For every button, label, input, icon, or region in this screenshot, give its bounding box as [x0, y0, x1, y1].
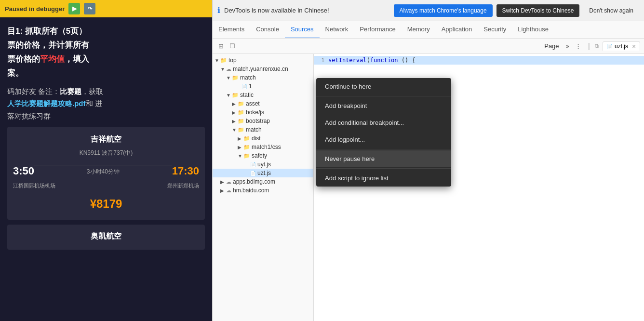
tree-bokejs-folder[interactable]: ▶ 📁 boke/js [213, 108, 313, 117]
resume-button[interactable]: ▶ [68, 3, 80, 14]
note-text: 码加好友 备注：比赛题，获取 人学比赛题解题攻略.pdf和 进 落对抗练习群 [7, 85, 205, 122]
switch-language-button[interactable]: Switch DevTools to Chinese [496, 4, 580, 17]
tab-performance[interactable]: Performance [354, 21, 401, 39]
ctx-add-breakpoint[interactable]: Add breakpoint [316, 97, 451, 114]
ctx-divider-2 [316, 149, 451, 149]
paused-label: Paused in debugger [5, 5, 65, 13]
tab-network[interactable]: Network [320, 21, 354, 39]
task-title: 目1: 抓取所有（5页） 票的价格，并计算所有 票价格的平均值，填入 案。 [7, 25, 205, 80]
tree-asset-folder[interactable]: ▶ 📁 asset [213, 99, 313, 108]
ctx-never-pause[interactable]: Never pause here [316, 150, 451, 167]
notification-bar: ℹ DevTools is now available in Chinese! … [213, 0, 644, 21]
device-toggle[interactable]: ☐ [228, 41, 237, 51]
flight-number-1: KN5911 波音737(中) [13, 148, 199, 158]
info-icon: ℹ [217, 6, 220, 15]
tree-file-1[interactable]: 📄 1 [213, 82, 313, 91]
tree-match-yuanrenxue[interactable]: ▼ ☁ match.yuanrenxue.cn [213, 65, 313, 73]
tree-uyt-file[interactable]: 📄 uyt.js [213, 160, 313, 169]
tab-sources[interactable]: Sources [285, 21, 320, 39]
flight-price-1: ¥8179 [13, 194, 199, 214]
tab-console[interactable]: Console [250, 21, 285, 39]
tree-match2-folder[interactable]: ▼ 📁 match [213, 125, 313, 134]
file-tab-uzt[interactable]: 📄 uzt.js ✕ [603, 41, 640, 51]
devtools-panel: ℹ DevTools is now available in Chinese! … [212, 0, 644, 321]
ctx-add-ignore[interactable]: Add script to ignore list [316, 170, 451, 187]
tree-top[interactable]: ▼ 📁 top [213, 56, 313, 65]
tree-dist-folder[interactable]: ▶ 📁 dist [213, 134, 313, 143]
ctx-divider-1 [316, 96, 451, 96]
webpage-panel: Paused in debugger ▶ ↷ 目1: 抓取所有（5页） 票的价格… [0, 0, 212, 321]
depart-time-1: 3:50 [13, 162, 34, 180]
ctx-continue[interactable]: Continue to here [316, 78, 451, 95]
dont-show-button[interactable]: Don't show again [583, 4, 639, 17]
ctx-add-conditional-breakpoint[interactable]: Add conditional breakpoint... [316, 114, 451, 131]
flight-card-1: 吉祥航空 KN5911 波音737(中) 3:50 3小时40分钟 17:30 … [7, 127, 205, 219]
code-panel: 1 setInterval(function () { Continue to … [314, 54, 644, 321]
flight-airline-2: 奥凯航空 [12, 229, 200, 242]
always-match-button[interactable]: Always match Chrome's language [394, 4, 493, 17]
ctx-add-logpoint[interactable]: Add logpoint... [316, 131, 451, 148]
paused-debugger-bar: Paused in debugger ▶ ↷ [0, 0, 212, 17]
inspector-toggle[interactable]: ⊞ [216, 41, 226, 51]
tree-match-folder[interactable]: ▼ 📁 match [213, 73, 313, 82]
flight-duration-1: 3小时40分钟 [34, 165, 172, 176]
menu-button[interactable]: ⋮ [573, 41, 583, 51]
airport-names-1: 江桥国际机场机场 郑州新郑机场 [13, 181, 199, 190]
tabs-bar: Elements Console Sources Network Perform… [213, 21, 644, 39]
context-menu: Continue to here Add breakpoint Add cond… [316, 78, 451, 187]
tree-hm-baidu[interactable]: ▶ ☁ hm.baidu.com [213, 186, 313, 195]
webpage-content: 目1: 抓取所有（5页） 票的价格，并计算所有 票价格的平均值，填入 案。 码加… [0, 17, 212, 259]
tab-security[interactable]: Security [478, 21, 512, 39]
flight-times-1: 3:50 3小时40分钟 17:30 [13, 162, 199, 180]
tree-uzt-file[interactable]: 📄 uzt.js [213, 169, 313, 177]
tree-static-folder[interactable]: ▼ 📁 static [213, 91, 313, 99]
page-label: Page [544, 42, 559, 50]
step-button[interactable]: ↷ [84, 3, 95, 14]
tree-safety-folder[interactable]: ▼ 📁 safety [213, 151, 313, 160]
tab-elements[interactable]: Elements [213, 21, 250, 39]
tree-bootstrap-folder[interactable]: ▶ 📁 bootstrap [213, 117, 313, 125]
tab-lighthouse[interactable]: Lighthouse [512, 21, 554, 39]
tree-apps-bdimg[interactable]: ▶ ☁ apps.bdimg.com [213, 177, 313, 186]
tab-memory[interactable]: Memory [402, 21, 436, 39]
close-tab-button[interactable]: ✕ [632, 44, 636, 49]
tab-application[interactable]: Application [436, 21, 478, 39]
file-tree: ▼ 📁 top ▼ ☁ match.yuanrenxue.cn ▼ 📁 matc… [213, 54, 314, 321]
flight-airline-1: 吉祥航空 [13, 133, 199, 146]
notification-text: DevTools is now available in Chinese! [224, 7, 390, 14]
tree-match1css-folder[interactable]: ▶ 📁 match1/css [213, 143, 313, 151]
arrive-time-1: 17:30 [172, 162, 199, 180]
sources-main: ▼ 📁 top ▼ ☁ match.yuanrenxue.cn ▼ 📁 matc… [213, 54, 644, 321]
sources-toolbar: ⊞ ☐ Page » ⋮ | ⧉ 📄 uzt.js ✕ [213, 39, 644, 54]
more-tabs-button[interactable]: » [564, 41, 571, 51]
code-line-1: 1 setInterval(function () { [314, 56, 644, 65]
ctx-divider-3 [316, 168, 451, 169]
flight-card-2: 奥凯航空 [7, 225, 205, 250]
